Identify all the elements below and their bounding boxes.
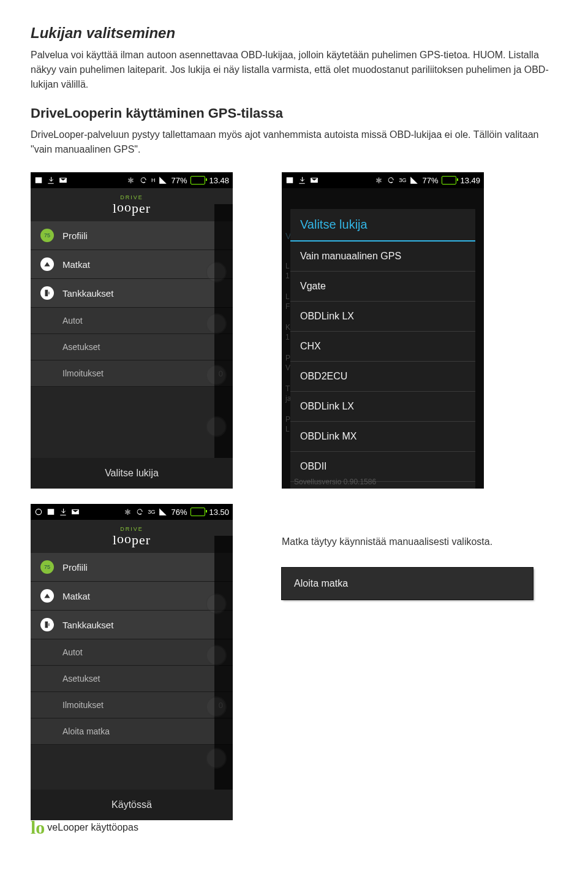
screenshot-menu-start: ✱ 3G 76% 13.50 DRIVE looper 75Profiili M… [31, 504, 233, 820]
signal-icon [410, 176, 418, 185]
network-type: H [151, 177, 156, 183]
menu-item-profile[interactable]: 75Profiili [31, 221, 233, 250]
menu-item-cars[interactable]: Autot [31, 308, 233, 334]
trips-icon [40, 589, 54, 603]
menu-item-profile[interactable]: 75Profiili [31, 553, 233, 582]
image-icon [285, 176, 294, 185]
background-decoration [206, 262, 227, 437]
app-version: Sovellusversio 0.90.1586 [294, 478, 376, 486]
section-paragraph: Palvelua voi käyttää ilman autoon asenne… [31, 48, 557, 92]
reader-option[interactable]: OBDLink LX [290, 392, 475, 422]
battery-percent: 76% [171, 508, 187, 517]
android-status-bar: ✱ 3G 77% 13.49 [282, 172, 484, 188]
menu-item-start-trip[interactable]: Aloita matka [31, 718, 233, 745]
android-status-bar: ✱ H 77% 13.48 [31, 172, 233, 188]
android-status-bar: ✱ 3G 76% 13.50 [31, 504, 233, 520]
subsection-heading: DriveLooperin käyttäminen GPS-tilassa [31, 105, 557, 121]
dialog-title: Valitse lukija [290, 209, 475, 242]
network-type: 3G [399, 177, 406, 183]
download-icon [298, 176, 306, 185]
menu-item-notifications[interactable]: Ilmoitukset0 [31, 692, 233, 718]
app-brand: DRIVE looper [31, 520, 233, 550]
clock: 13.48 [209, 176, 229, 185]
mail-icon [71, 508, 80, 516]
screenshot-menu: ✱ H 77% 13.48 DRIVE looper 75Profiili Ma… [31, 172, 233, 489]
reader-option[interactable]: OBDLink MX [290, 422, 475, 452]
mail-icon [59, 176, 67, 185]
background-decoration [206, 593, 227, 769]
network-type: 3G [148, 509, 155, 515]
screenshot-dialog: ✱ 3G 77% 13.49 V L 1 L F K 1 P V T ja P … [282, 172, 484, 489]
clock: 13.50 [209, 508, 229, 517]
instruction-text: Matka täytyy käynnistää manuaalisesti va… [282, 535, 557, 549]
menu-item-fuel[interactable]: Tankkaukset [31, 279, 233, 308]
dialog-select-reader: Valitse lukija Vain manuaalinen GPS Vgat… [290, 209, 475, 489]
section-heading: Lukijan valitseminen [31, 25, 557, 42]
menu-item-settings[interactable]: Asetukset [31, 666, 233, 692]
signal-icon [159, 508, 167, 516]
profile-icon: 75 [40, 229, 54, 242]
profile-icon: 75 [40, 560, 54, 574]
download-icon [47, 176, 55, 185]
circle-icon [34, 508, 43, 516]
menu-item-fuel[interactable]: Tankkaukset [31, 611, 233, 639]
mail-icon [310, 176, 318, 185]
sync-icon [386, 176, 395, 185]
image-icon [47, 508, 55, 516]
menu-item-trips[interactable]: Matkat [31, 250, 233, 279]
reader-option[interactable]: Vgate [290, 272, 475, 302]
brand-text: l [113, 200, 117, 216]
menu-item-notifications[interactable]: Ilmoitukset0 [31, 360, 233, 387]
in-use-button[interactable]: Käytössä [31, 790, 233, 820]
footer-logo-fragment: lo [31, 817, 45, 838]
signal-icon [159, 176, 167, 185]
reader-option[interactable]: Vain manuaalinen GPS [290, 242, 475, 272]
sync-icon [139, 176, 148, 185]
svg-point-0 [36, 509, 41, 514]
bluetooth-icon: ✱ [127, 176, 135, 185]
trips-icon [40, 257, 54, 271]
battery-icon [442, 176, 456, 185]
reader-option[interactable]: OBDLink LX [290, 302, 475, 332]
start-trip-button[interactable]: Aloita matka [282, 568, 533, 600]
menu-item-settings[interactable]: Asetukset [31, 334, 233, 360]
battery-icon [190, 508, 205, 516]
image-icon [34, 176, 43, 185]
fuel-icon [40, 618, 54, 631]
reader-option[interactable]: CHX [290, 332, 475, 362]
battery-percent: 77% [422, 176, 438, 185]
sync-icon [135, 508, 144, 516]
select-reader-button[interactable]: Valitse lukija [31, 458, 233, 489]
reader-option[interactable]: OBD2ECU [290, 362, 475, 392]
battery-percent: 77% [171, 176, 187, 185]
fuel-icon [40, 286, 54, 300]
app-brand: DRIVE looper [31, 188, 233, 219]
bluetooth-icon: ✱ [123, 508, 132, 516]
download-icon [59, 508, 67, 516]
battery-icon [190, 176, 205, 185]
section-paragraph: DriveLooper-palveluun pystyy tallettamaa… [31, 128, 557, 157]
footer-text: veLooper käyttöopas [47, 822, 138, 833]
clock: 13.49 [460, 176, 480, 185]
bluetooth-icon: ✱ [374, 176, 383, 185]
menu-item-cars[interactable]: Autot [31, 639, 233, 666]
menu-item-trips[interactable]: Matkat [31, 582, 233, 611]
